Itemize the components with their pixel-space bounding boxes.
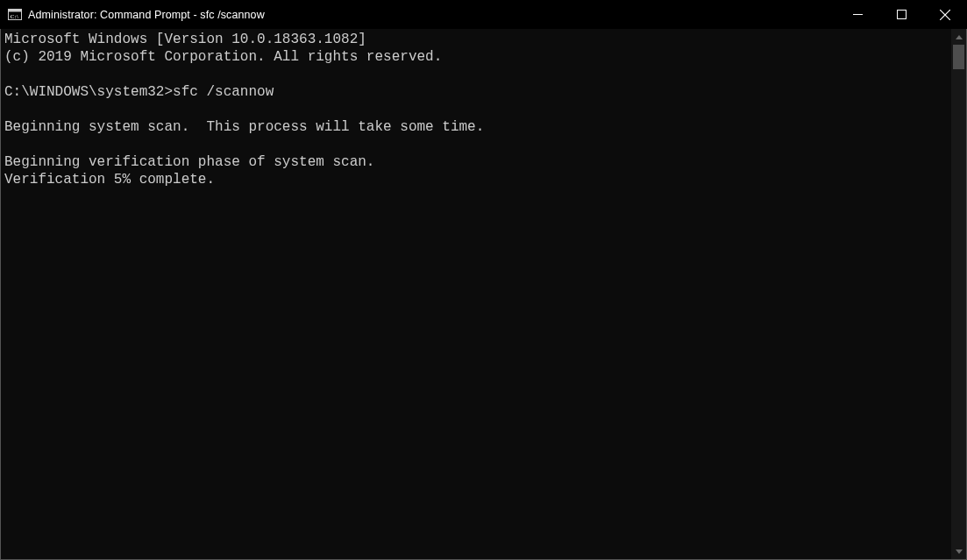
scrollbar[interactable] xyxy=(951,29,967,560)
window-controls xyxy=(835,0,967,29)
terminal-output[interactable]: Microsoft Windows [Version 10.0.18363.10… xyxy=(0,29,951,560)
scroll-up-arrow[interactable] xyxy=(951,29,966,45)
svg-text:C:\: C:\ xyxy=(11,13,19,20)
maximize-button[interactable] xyxy=(879,0,923,29)
terminal-line xyxy=(4,136,951,153)
scroll-down-arrow[interactable] xyxy=(951,543,966,559)
terminal-line: Beginning verification phase of system s… xyxy=(4,153,951,171)
terminal-line xyxy=(4,101,951,118)
terminal-line: Verification 5% complete. xyxy=(4,171,951,188)
terminal-line: Beginning system scan. This process will… xyxy=(4,118,951,136)
terminal-line xyxy=(4,66,951,83)
close-button[interactable] xyxy=(923,0,967,29)
titlebar[interactable]: C:\ Administrator: Command Prompt - sfc … xyxy=(0,0,967,29)
svg-rect-1 xyxy=(9,10,21,12)
minimize-button[interactable] xyxy=(835,0,879,29)
scroll-thumb[interactable] xyxy=(953,45,964,69)
terminal-line: Microsoft Windows [Version 10.0.18363.10… xyxy=(4,31,951,48)
terminal-line: (c) 2019 Microsoft Corporation. All righ… xyxy=(4,48,951,66)
terminal-line: C:\WINDOWS\system32>sfc /scannow xyxy=(4,83,951,101)
cmd-icon: C:\ xyxy=(8,9,22,20)
window-title: Administrator: Command Prompt - sfc /sca… xyxy=(28,9,835,21)
svg-rect-4 xyxy=(897,11,906,19)
